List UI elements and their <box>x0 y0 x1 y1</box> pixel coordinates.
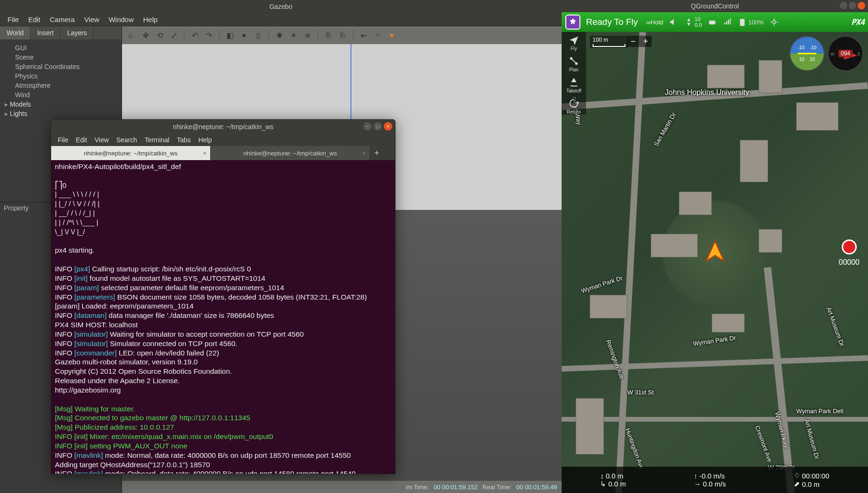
telemetry-bar: ↕0.0 m ↳0.0 m ↑-0.0 m/s →0.0 m/s ♢00:00:… <box>562 467 868 493</box>
tab-close-icon[interactable]: × <box>362 150 366 157</box>
minimize-icon[interactable] <box>840 2 847 9</box>
tree-item[interactable]: GUI <box>5 43 117 53</box>
terminal-tabs: nhinke@neptune: ~/tmp/catkin_ws× nhinke@… <box>51 146 395 160</box>
terminal-output[interactable]: nhinke/PX4-Autopilot/build/px4_sitl_def … <box>51 160 395 474</box>
rotate-tool-icon[interactable]: ⟲ <box>154 30 165 41</box>
alt-rel: ↕0.0 m <box>600 472 626 480</box>
light-point-icon[interactable]: ✺ <box>274 30 285 41</box>
terminal-window: nhinke@neptune: ~/tmp/catkin_ws − □ × Fi… <box>51 119 396 474</box>
svg-rect-0 <box>709 21 715 24</box>
record-button[interactable] <box>842 239 857 254</box>
scale-tool-icon[interactable]: ⤢ <box>168 30 179 41</box>
flight-status[interactable]: Ready To Fly <box>586 17 638 27</box>
menu-item[interactable]: View <box>79 14 104 25</box>
tree-item[interactable]: Physics <box>5 71 117 81</box>
undo-icon[interactable]: ↶ <box>189 30 200 41</box>
tab-layers[interactable]: Layers <box>61 26 94 39</box>
qgc-window: QGroundControl Ready To Fly ∞Hold 100.0 … <box>562 0 868 493</box>
flight-mode[interactable]: ∞Hold <box>647 19 663 26</box>
zoom-in-button[interactable]: + <box>640 36 652 47</box>
menu-item[interactable]: Help <box>195 135 216 145</box>
minimize-icon[interactable]: − <box>363 122 372 131</box>
terminal-tab[interactable]: nhinke@neptune: ~/tmp/catkin_ws× <box>51 146 211 160</box>
menu-item[interactable]: View <box>91 135 113 145</box>
gazebo-title-bar: Gazebo <box>0 0 562 13</box>
map-scale: 100 m <box>590 36 628 48</box>
menu-item[interactable]: File <box>3 14 23 25</box>
map-label: Wyman Park Dell <box>796 408 843 415</box>
map-label: Johns Hopkins University <box>665 88 749 97</box>
real-time-value: 00 00:01:59.49 <box>516 484 557 491</box>
align-icon[interactable]: ⇤ <box>358 30 369 41</box>
gps-icon[interactable]: 100.0 <box>684 16 702 28</box>
tab-close-icon[interactable]: × <box>203 150 206 157</box>
record-counter: 00000 <box>839 258 860 267</box>
tree-item[interactable]: Lights <box>5 109 117 118</box>
attitude-indicator[interactable]: -10 -10 10 10 <box>789 36 825 71</box>
flight-instruments: -10 -10 10 10 W E 094 <box>789 36 863 71</box>
tab-world[interactable]: World <box>0 26 30 39</box>
menu-item[interactable]: Tabs <box>173 135 195 145</box>
menu-item[interactable]: Edit <box>72 135 91 145</box>
fly-button[interactable]: Fly <box>569 35 579 51</box>
locate-icon[interactable] <box>769 17 779 27</box>
tree-item[interactable]: Scene <box>5 53 117 62</box>
close-icon[interactable] <box>858 2 865 9</box>
translate-tool-icon[interactable]: ✥ <box>140 30 151 41</box>
signal-icon[interactable] <box>723 17 732 27</box>
menu-item[interactable]: Window <box>104 14 138 25</box>
qgc-title: QGroundControl <box>691 2 739 10</box>
svg-rect-1 <box>740 19 745 26</box>
gazebo-toolbar: ⟀ ✥ ⟲ ⤢ ↶ ↷ ◧ ● ▯ ✺ ✶ ≋ ⎘ ⎗ ⇤ ∩ <box>122 26 562 44</box>
gazebo-menu-bar: File Edit Camera View Window Help <box>0 13 562 26</box>
close-icon[interactable]: × <box>384 122 392 131</box>
terminal-title: nhinke@neptune: ~/tmp/catkin_ws <box>173 123 274 131</box>
terminal-tab[interactable]: nhinke@neptune: ~/tmp/catkin_ws× <box>211 146 370 160</box>
menu-item[interactable]: Edit <box>23 14 45 25</box>
sim-time-value: 00 00:01:59.152 <box>434 484 478 491</box>
maximize-icon[interactable]: □ <box>373 122 382 131</box>
select-tool-icon[interactable]: ⟀ <box>126 30 137 41</box>
compass-indicator[interactable]: W E 094 <box>828 36 863 71</box>
menu-item[interactable]: Terminal <box>141 135 173 145</box>
menu-item[interactable]: File <box>54 135 72 145</box>
rc-icon[interactable] <box>708 17 717 27</box>
record-icon[interactable]: ● <box>386 30 397 41</box>
plan-button[interactable]: Plan <box>569 56 579 72</box>
menu-item[interactable]: Help <box>138 14 162 25</box>
qgc-map[interactable]: Johns Hopkins University Wyman Park Dr W… <box>562 32 868 493</box>
redo-icon[interactable]: ↷ <box>203 30 214 41</box>
gazebo-status-bar: im Time: 00 00:01:59.152 Real Time: 00 0… <box>122 481 562 493</box>
battery-icon[interactable]: 100% <box>738 17 764 27</box>
qgc-logo-icon[interactable] <box>565 15 580 30</box>
real-time-label: Real Time: <box>482 484 511 491</box>
snap-icon[interactable]: ∩ <box>372 30 383 41</box>
takeoff-button[interactable]: Takeoff <box>566 77 581 93</box>
cylinder-icon[interactable]: ▯ <box>252 30 264 41</box>
terminal-title-bar: nhinke@neptune: ~/tmp/catkin_ws − □ × <box>51 120 395 134</box>
light-dir-icon[interactable]: ≋ <box>302 30 313 41</box>
paste-icon[interactable]: ⎗ <box>337 30 348 41</box>
sphere-icon[interactable]: ● <box>238 30 250 41</box>
distance: ⬈0.0 m <box>794 480 829 488</box>
tree-item[interactable]: Spherical Coordinates <box>5 62 117 71</box>
record-control: 00000 <box>839 239 860 267</box>
alt-abs: ↳0.0 m <box>600 480 626 488</box>
copy-icon[interactable]: ⎘ <box>323 30 334 41</box>
tree-item[interactable]: Atmosphere <box>5 81 117 90</box>
return-button[interactable]: Return <box>567 98 581 115</box>
light-spot-icon[interactable]: ✶ <box>288 30 299 41</box>
sim-time-label: im Time: <box>406 484 429 491</box>
menu-item[interactable]: Search <box>113 135 141 145</box>
tree-item[interactable]: Models <box>5 100 117 109</box>
new-tab-button[interactable]: + <box>370 146 383 160</box>
tab-insert[interactable]: Insert <box>30 26 61 39</box>
flight-time: ♢00:00:00 <box>794 471 829 480</box>
menu-item[interactable]: Camera <box>45 14 79 25</box>
maximize-icon[interactable] <box>849 2 856 9</box>
speaker-icon[interactable] <box>669 17 678 27</box>
map-label: W 31st St <box>627 389 654 396</box>
zoom-out-button[interactable]: − <box>627 36 640 47</box>
tree-item[interactable]: Wind <box>5 90 117 100</box>
box-icon[interactable]: ◧ <box>224 30 236 41</box>
